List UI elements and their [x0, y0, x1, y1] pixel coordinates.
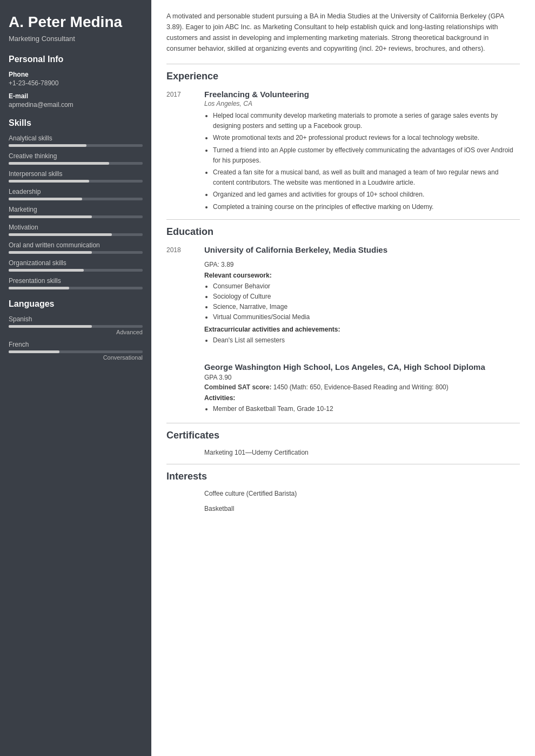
experience-divider [166, 64, 520, 64]
language-level: Advanced [9, 329, 143, 335]
exp-bullet: Organized and led games and activities f… [213, 190, 520, 200]
language-item: FrenchConversational [9, 341, 143, 361]
edu-details: George Washington High School, Los Angel… [204, 362, 520, 417]
sat-score: Combined SAT score: 1450 (Math: 650, Evi… [204, 383, 520, 391]
interest-item: Coffee culture (Certified Barista) [166, 490, 520, 500]
edu-year [166, 362, 204, 417]
coursework-item: Sociology of Culture [213, 292, 520, 302]
coursework-item: Virtual Communities/Social Media [213, 312, 520, 322]
skill-name: Interpersonal skills [9, 170, 143, 178]
skill-bar-fill [9, 215, 92, 218]
skills-heading: Skills [9, 118, 143, 128]
experience-list: 2017Freelancing & VolunteeringLos Angele… [166, 90, 520, 214]
certificate-item: Marketing 101—Udemy Certification [166, 449, 520, 458]
skill-name: Marketing [9, 206, 143, 213]
activities-list: Member of Basketball Team, Grade 10-12 [204, 404, 520, 414]
skill-item: Analytical skills [9, 134, 143, 147]
skill-bar [9, 198, 143, 200]
certificates-heading: Certificates [166, 430, 520, 441]
education-divider [166, 219, 520, 220]
skill-name: Presentation skills [9, 277, 143, 285]
skill-bar-fill [9, 162, 109, 165]
skill-item: Oral and written communication [9, 241, 143, 254]
interest-text: Coffee culture (Certified Barista) [204, 490, 297, 497]
certificates-list: Marketing 101—Udemy Certification [166, 449, 520, 458]
interests-heading: Interests [166, 471, 520, 482]
candidate-title: Marketing Consultant [9, 35, 143, 43]
email-label: E-mail [9, 92, 143, 100]
skill-name: Analytical skills [9, 134, 143, 142]
skill-item: Leadership [9, 188, 143, 200]
skill-item: Interpersonal skills [9, 170, 143, 183]
language-name: French [9, 341, 143, 348]
skill-bar [9, 287, 143, 289]
phone-label: Phone [9, 71, 143, 78]
language-bar [9, 325, 143, 328]
personal-info-heading: Personal Info [9, 55, 143, 64]
interests-divider [166, 464, 520, 464]
exp-year: 2017 [166, 90, 204, 214]
exp-location: Los Angeles, CA [204, 100, 520, 107]
education-list: 2018University of California Berkeley, M… [166, 245, 520, 417]
skill-bar-fill [9, 180, 89, 183]
skill-bar [9, 269, 143, 272]
summary-text: A motivated and personable student pursu… [166, 11, 520, 54]
coursework-list: Consumer BehaviorSociology of CultureSci… [204, 281, 520, 323]
skill-bar [9, 180, 143, 183]
sidebar: A. Peter Medina Marketing Consultant Per… [0, 0, 151, 756]
exp-bullet: Created a fan site for a musical band, a… [213, 167, 520, 188]
interest-item: Basketball [166, 505, 520, 515]
exp-details: Freelancing & VolunteeringLos Angeles, C… [204, 90, 520, 214]
interest-text: Basketball [204, 505, 234, 512]
edu-school: George Washington High School, Los Angel… [204, 362, 520, 372]
skill-bar-fill [9, 287, 69, 289]
skill-bar-fill [9, 198, 82, 200]
skill-bar [9, 215, 143, 218]
extracurricular-item: Dean's List all semesters [213, 335, 520, 346]
edu-school: University of California Berkeley, Media… [204, 245, 520, 254]
skill-bar [9, 144, 143, 147]
skill-name: Oral and written communication [9, 241, 143, 249]
language-name: Spanish [9, 315, 143, 323]
certificate-text: Marketing 101—Udemy Certification [204, 449, 309, 456]
edu-gpa: GPA: 3.89 [204, 261, 520, 268]
activity-item: Member of Basketball Team, Grade 10-12 [213, 404, 520, 414]
exp-bullet: Completed a training course on the princ… [213, 202, 520, 212]
education-item: 2018University of California Berkeley, M… [166, 245, 520, 349]
skill-item: Marketing [9, 206, 143, 218]
exp-job-title: Freelancing & Volunteering [204, 90, 520, 99]
skill-bar-fill [9, 251, 92, 254]
language-level: Conversational [9, 354, 143, 361]
skill-bar [9, 233, 143, 236]
languages-list: SpanishAdvancedFrenchConversational [9, 315, 143, 361]
skill-item: Organizational skills [9, 259, 143, 272]
coursework-item: Science, Narrative, Image [213, 302, 520, 312]
experience-item: 2017Freelancing & VolunteeringLos Angele… [166, 90, 520, 214]
main-content: A motivated and personable student pursu… [151, 0, 535, 756]
certificates-divider [166, 423, 520, 423]
language-bar [9, 350, 143, 353]
extracurricular-label: Extracurricular activities and achieveme… [204, 326, 520, 333]
edu-gpa: GPA 3.90 [204, 374, 520, 381]
phone-value: +1-23-456-78900 [9, 79, 143, 87]
skill-bar-fill [9, 144, 86, 147]
skill-name: Motivation [9, 224, 143, 231]
skill-name: Organizational skills [9, 259, 143, 267]
skill-name: Creative thinking [9, 152, 143, 160]
edu-year: 2018 [166, 245, 204, 349]
exp-bullets: Helped local community develop marketing… [204, 111, 520, 212]
exp-bullet: Helped local community develop marketing… [213, 111, 520, 131]
email-value: apmedina@email.com [9, 101, 143, 109]
skill-bar-fill [9, 233, 112, 236]
exp-bullet: Wrote promotional texts and 20+ professi… [213, 133, 520, 143]
skills-list: Analytical skillsCreative thinkingInterp… [9, 134, 143, 289]
extracurricular-list: Dean's List all semesters [204, 335, 520, 346]
skill-item: Creative thinking [9, 152, 143, 165]
languages-heading: Languages [9, 299, 143, 309]
resume-container: A. Peter Medina Marketing Consultant Per… [0, 0, 535, 756]
activities-label: Activities: [204, 394, 520, 402]
interests-list: Coffee culture (Certified Barista)Basket… [166, 490, 520, 515]
coursework-label: Relevant coursework: [204, 272, 520, 279]
experience-heading: Experience [166, 71, 520, 82]
skill-item: Presentation skills [9, 277, 143, 289]
